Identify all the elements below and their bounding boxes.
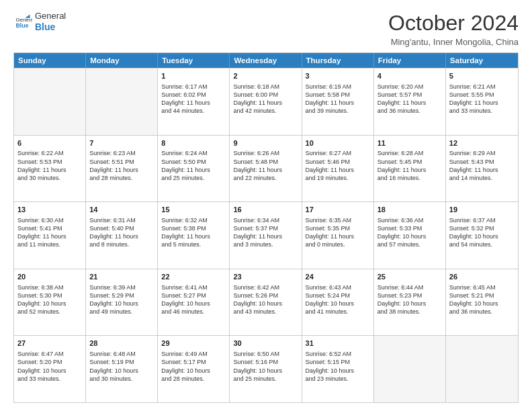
calendar-cell: 7Sunrise: 6:23 AMSunset: 5:51 PMDaylight… [86, 136, 158, 202]
calendar-header-cell: Saturday [446, 53, 518, 68]
calendar-header-cell: Monday [86, 53, 158, 68]
day-number: 17 [306, 205, 370, 215]
day-number: 23 [233, 272, 298, 282]
day-number: 21 [89, 272, 154, 282]
calendar-cell: 3Sunrise: 6:19 AMSunset: 5:58 PMDaylight… [302, 68, 374, 135]
cell-text: Sunrise: 6:52 AMSunset: 5:15 PMDaylight:… [306, 350, 370, 383]
calendar-cell: 5Sunrise: 6:21 AMSunset: 5:55 PMDaylight… [446, 68, 518, 135]
calendar-header-cell: Sunday [14, 53, 86, 68]
calendar-cell: 13Sunrise: 6:30 AMSunset: 5:41 PMDayligh… [14, 202, 86, 269]
day-number: 13 [17, 205, 82, 215]
calendar-cell: 16Sunrise: 6:34 AMSunset: 5:37 PMDayligh… [230, 202, 302, 269]
cell-text: Sunrise: 6:30 AMSunset: 5:41 PMDaylight:… [17, 216, 82, 249]
calendar-cell: 1Sunrise: 6:17 AMSunset: 6:02 PMDaylight… [158, 68, 230, 135]
day-number: 18 [378, 205, 442, 215]
cell-text: Sunrise: 6:24 AMSunset: 5:50 PMDaylight:… [161, 149, 226, 182]
cell-text: Sunrise: 6:42 AMSunset: 5:26 PMDaylight:… [233, 283, 298, 316]
calendar-cell: 9Sunrise: 6:26 AMSunset: 5:48 PMDaylight… [230, 136, 302, 202]
calendar-cell [14, 68, 86, 135]
cell-text: Sunrise: 6:28 AMSunset: 5:45 PMDaylight:… [378, 149, 442, 182]
day-number: 1 [161, 71, 226, 81]
cell-text: Sunrise: 6:47 AMSunset: 5:20 PMDaylight:… [17, 350, 82, 383]
logo: General Blue General Blue [13, 11, 66, 32]
cell-text: Sunrise: 6:27 AMSunset: 5:46 PMDaylight:… [306, 149, 370, 182]
calendar-cell: 2Sunrise: 6:18 AMSunset: 6:00 PMDaylight… [230, 68, 302, 135]
cell-text: Sunrise: 6:22 AMSunset: 5:53 PMDaylight:… [17, 149, 82, 182]
calendar-row: 1Sunrise: 6:17 AMSunset: 6:02 PMDaylight… [14, 68, 518, 135]
logo-general-text: General [35, 11, 66, 21]
logo-icon: General Blue [13, 12, 32, 31]
day-number: 28 [89, 338, 154, 349]
calendar-row: 20Sunrise: 6:38 AMSunset: 5:30 PMDayligh… [14, 269, 518, 336]
calendar-cell: 6Sunrise: 6:22 AMSunset: 5:53 PMDaylight… [14, 136, 86, 202]
calendar-cell: 29Sunrise: 6:49 AMSunset: 5:17 PMDayligh… [158, 336, 230, 402]
calendar-cell: 30Sunrise: 6:50 AMSunset: 5:16 PMDayligh… [230, 336, 302, 402]
calendar-cell: 10Sunrise: 6:27 AMSunset: 5:46 PMDayligh… [302, 136, 374, 202]
calendar-row: 13Sunrise: 6:30 AMSunset: 5:41 PMDayligh… [14, 201, 518, 269]
location: Ming'antu, Inner Mongolia, China [388, 37, 519, 47]
cell-text: Sunrise: 6:21 AMSunset: 5:55 PMDaylight:… [449, 83, 515, 116]
calendar-cell: 22Sunrise: 6:41 AMSunset: 5:27 PMDayligh… [158, 269, 230, 336]
day-number: 2 [233, 71, 298, 81]
cell-text: Sunrise: 6:29 AMSunset: 5:43 PMDaylight:… [449, 149, 515, 182]
cell-text: Sunrise: 6:41 AMSunset: 5:27 PMDaylight:… [161, 283, 226, 316]
calendar-header-cell: Thursday [302, 53, 374, 68]
calendar-cell: 21Sunrise: 6:39 AMSunset: 5:29 PMDayligh… [86, 269, 158, 336]
cell-text: Sunrise: 6:35 AMSunset: 5:35 PMDaylight:… [306, 216, 370, 249]
day-number: 7 [89, 138, 154, 148]
title-block: October 2024 Ming'antu, Inner Mongolia, … [388, 11, 519, 47]
calendar-cell: 27Sunrise: 6:47 AMSunset: 5:20 PMDayligh… [14, 336, 86, 402]
calendar-cell [86, 68, 158, 135]
calendar-header: SundayMondayTuesdayWednesdayThursdayFrid… [14, 53, 518, 68]
day-number: 10 [306, 138, 370, 148]
day-number: 26 [449, 272, 515, 282]
logo-blue-text: Blue [35, 21, 66, 33]
calendar-cell: 26Sunrise: 6:45 AMSunset: 5:21 PMDayligh… [446, 269, 518, 336]
cell-text: Sunrise: 6:31 AMSunset: 5:40 PMDaylight:… [89, 216, 154, 249]
day-number: 24 [306, 272, 370, 282]
calendar-cell: 20Sunrise: 6:38 AMSunset: 5:30 PMDayligh… [14, 269, 86, 336]
cell-text: Sunrise: 6:44 AMSunset: 5:23 PMDaylight:… [378, 283, 442, 316]
calendar-cell: 15Sunrise: 6:32 AMSunset: 5:38 PMDayligh… [158, 202, 230, 269]
calendar-cell: 25Sunrise: 6:44 AMSunset: 5:23 PMDayligh… [374, 269, 446, 336]
cell-text: Sunrise: 6:32 AMSunset: 5:38 PMDaylight:… [161, 216, 226, 249]
cell-text: Sunrise: 6:49 AMSunset: 5:17 PMDaylight:… [161, 350, 226, 383]
day-number: 14 [89, 205, 154, 215]
calendar-cell: 28Sunrise: 6:48 AMSunset: 5:19 PMDayligh… [86, 336, 158, 402]
calendar-header-cell: Wednesday [230, 53, 302, 68]
calendar-cell: 14Sunrise: 6:31 AMSunset: 5:40 PMDayligh… [86, 202, 158, 269]
day-number: 12 [449, 138, 515, 148]
day-number: 29 [161, 338, 226, 349]
page: General Blue General Blue October 2024 M… [0, 0, 532, 411]
calendar-header-cell: Friday [374, 53, 446, 68]
calendar-cell: 18Sunrise: 6:36 AMSunset: 5:33 PMDayligh… [374, 202, 446, 269]
day-number: 3 [306, 71, 370, 81]
calendar: SundayMondayTuesdayWednesdayThursdayFrid… [13, 52, 519, 403]
cell-text: Sunrise: 6:23 AMSunset: 5:51 PMDaylight:… [89, 149, 154, 182]
header: General Blue General Blue October 2024 M… [13, 11, 519, 47]
cell-text: Sunrise: 6:37 AMSunset: 5:32 PMDaylight:… [449, 216, 515, 249]
calendar-cell: 23Sunrise: 6:42 AMSunset: 5:26 PMDayligh… [230, 269, 302, 336]
day-number: 4 [378, 71, 442, 81]
day-number: 16 [233, 205, 298, 215]
calendar-row: 6Sunrise: 6:22 AMSunset: 5:53 PMDaylight… [14, 135, 518, 202]
calendar-cell: 31Sunrise: 6:52 AMSunset: 5:15 PMDayligh… [302, 336, 374, 402]
cell-text: Sunrise: 6:34 AMSunset: 5:37 PMDaylight:… [233, 216, 298, 249]
cell-text: Sunrise: 6:36 AMSunset: 5:33 PMDaylight:… [378, 216, 442, 249]
cell-text: Sunrise: 6:38 AMSunset: 5:30 PMDaylight:… [17, 283, 82, 316]
cell-text: Sunrise: 6:18 AMSunset: 6:00 PMDaylight:… [233, 83, 298, 116]
day-number: 27 [17, 338, 82, 349]
calendar-cell: 12Sunrise: 6:29 AMSunset: 5:43 PMDayligh… [446, 136, 518, 202]
cell-text: Sunrise: 6:39 AMSunset: 5:29 PMDaylight:… [89, 283, 154, 316]
cell-text: Sunrise: 6:48 AMSunset: 5:19 PMDaylight:… [89, 350, 154, 383]
cell-text: Sunrise: 6:17 AMSunset: 6:02 PMDaylight:… [161, 83, 226, 116]
cell-text: Sunrise: 6:20 AMSunset: 5:57 PMDaylight:… [378, 83, 442, 116]
day-number: 11 [378, 138, 442, 148]
calendar-cell [446, 336, 518, 402]
calendar-cell: 11Sunrise: 6:28 AMSunset: 5:45 PMDayligh… [374, 136, 446, 202]
cell-text: Sunrise: 6:43 AMSunset: 5:24 PMDaylight:… [306, 283, 370, 316]
day-number: 5 [449, 71, 515, 81]
day-number: 19 [449, 205, 515, 215]
day-number: 8 [161, 138, 226, 148]
month-title: October 2024 [388, 11, 519, 36]
